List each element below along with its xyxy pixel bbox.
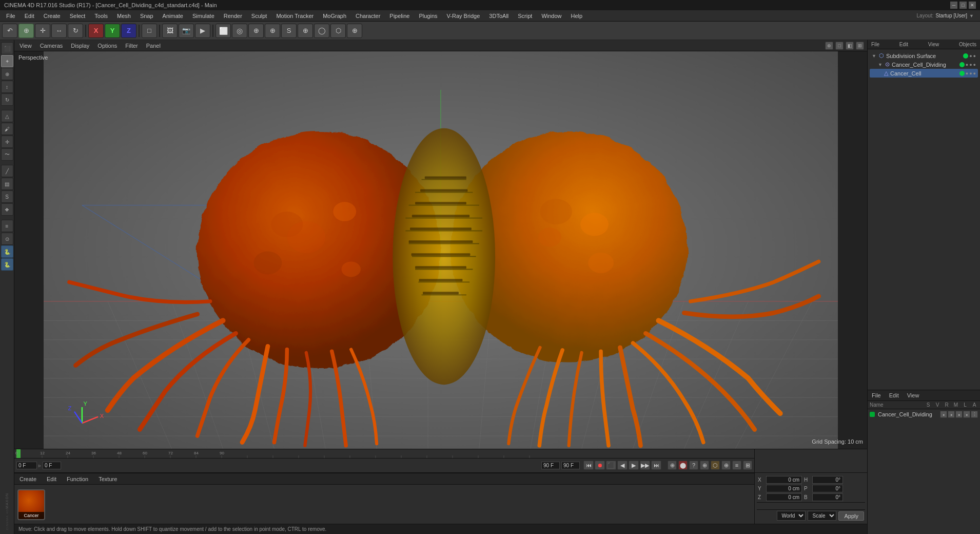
playback-record[interactable]: ⏺ <box>595 461 605 470</box>
tree-visibility-1[interactable]: ● <box>969 53 972 59</box>
mp-menu-texture[interactable]: Texture <box>96 475 119 483</box>
layout-selector[interactable]: Layout: Startup [User] ▼ <box>913 13 978 18</box>
viewport-menu-display[interactable]: Display <box>69 42 91 50</box>
coord-x-input[interactable] <box>766 476 802 484</box>
playback-extra-4[interactable]: ⊕ <box>700 461 709 470</box>
tree-item-cancer-cell[interactable]: △ Cancer_Cell ● ● ● <box>870 69 978 78</box>
viewport-icon-4[interactable]: ⊞ <box>856 42 864 50</box>
coord-p-input[interactable] <box>812 485 843 492</box>
apply-button[interactable]: Apply <box>838 511 864 521</box>
tree-extra-2[interactable]: ● <box>973 62 976 67</box>
tool-weights[interactable]: ⊙ <box>1 233 13 245</box>
playback-extra-6[interactable]: ⊕ <box>721 461 731 470</box>
viewport-menu-panel[interactable]: Panel <box>144 42 163 50</box>
world-dropdown[interactable]: World <box>777 511 806 521</box>
toolbar-sky[interactable]: ◯ <box>314 24 329 38</box>
toolbar-move[interactable]: ✛ <box>35 24 50 38</box>
tree-lock-2[interactable]: ● <box>969 62 972 67</box>
playback-extra-3[interactable]: ? <box>689 461 698 470</box>
toolbar-object-mode[interactable]: □ <box>142 24 157 38</box>
tool-snap[interactable]: ✛ <box>1 136 13 148</box>
menu-plugins[interactable]: Plugins <box>415 12 441 20</box>
tree-visibility-2[interactable]: ● <box>966 62 968 67</box>
toolbar-z-axis[interactable]: Z <box>121 24 136 38</box>
coord-b-input[interactable] <box>812 493 843 501</box>
tool-curve[interactable]: 〜 <box>1 148 13 161</box>
toolbar-live-selection[interactable]: ⊕ <box>18 24 34 38</box>
tool-live-selection[interactable]: ✦ <box>1 55 13 67</box>
menu-motion-tracker[interactable]: Motion Tracker <box>272 12 318 20</box>
toolbar-cube[interactable]: ⬜ <box>215 24 231 38</box>
menu-animate[interactable]: Animate <box>159 12 187 20</box>
menu-3dtoall[interactable]: 3DToAll <box>485 12 513 20</box>
viewport-menu-view[interactable]: View <box>17 42 34 50</box>
tree-visibility-3[interactable]: ● <box>966 71 968 76</box>
mp-menu-edit[interactable]: Edit <box>45 475 58 483</box>
toolbar-materials[interactable]: ⬡ <box>330 24 346 38</box>
mat-btn-5[interactable]: ⋮ <box>971 411 978 418</box>
frame-range-input[interactable] <box>43 462 61 469</box>
frame-end-a-input[interactable] <box>541 462 560 469</box>
om-view-menu[interactable]: View <box>927 41 941 48</box>
tool-rotate[interactable]: ↻ <box>1 93 13 106</box>
am-file-menu[interactable]: File <box>870 391 883 399</box>
toolbar-y-axis[interactable]: Y <box>105 24 120 38</box>
menu-script[interactable]: Script <box>514 12 536 20</box>
coord-y-input[interactable] <box>766 485 802 492</box>
am-edit-menu[interactable]: Edit <box>887 391 901 399</box>
viewport-icon-2[interactable]: □ <box>835 42 844 50</box>
tool-object-mode[interactable]: ⬛ <box>1 42 13 54</box>
playback-extra-2[interactable]: ⬤ <box>678 461 688 470</box>
material-cancer-thumb[interactable]: Cancer <box>17 489 45 520</box>
viewport-area[interactable]: View Cameras Display Options Filter Pane… <box>14 40 867 449</box>
menu-vray[interactable]: V-Ray Bridge <box>443 12 484 20</box>
menu-create[interactable]: Create <box>40 12 65 20</box>
menu-mograph[interactable]: MoGraph <box>319 12 350 20</box>
tool-knife[interactable]: ╱ <box>1 165 13 177</box>
om-file-menu[interactable]: File <box>870 41 881 48</box>
toolbar-add-light[interactable]: ⊕ <box>248 24 264 38</box>
playback-go-start[interactable]: ⏮ <box>583 461 594 470</box>
viewport-menu-filter[interactable]: Filter <box>123 42 140 50</box>
viewport-icon-3[interactable]: ◧ <box>846 42 854 50</box>
tool-polypen[interactable]: △ <box>1 110 13 122</box>
tool-layer[interactable]: ≡ <box>1 220 13 232</box>
menu-render[interactable]: Render <box>220 12 246 20</box>
toolbar-render-queue[interactable]: ▶ <box>195 24 210 38</box>
om-objects-menu[interactable]: Objects <box>957 41 978 48</box>
tool-plugin[interactable]: 🐍 <box>1 258 13 271</box>
toolbar-render[interactable]: 📷 <box>179 24 194 38</box>
playback-play[interactable]: ▶ <box>629 461 639 470</box>
menu-mesh[interactable]: Mesh <box>113 12 135 20</box>
playback-next-frame[interactable]: ▶▶ <box>640 461 650 470</box>
menu-pipeline[interactable]: Pipeline <box>385 12 414 20</box>
playback-extra-8[interactable]: ⊞ <box>743 461 752 470</box>
coord-z-input[interactable] <box>766 493 802 501</box>
mat-btn-1[interactable]: ● <box>940 411 947 418</box>
material-row-cancer[interactable]: Cancer_Cell_Dividing ● ● ● ● ⋮ <box>868 409 980 419</box>
tool-python[interactable]: 🐍 <box>1 245 13 258</box>
scale-dropdown[interactable]: Scale <box>808 511 836 521</box>
tool-paint[interactable]: 🖌 <box>1 123 13 135</box>
playback-prev-frame[interactable]: ◀ <box>617 461 628 470</box>
viewport-menu-cameras[interactable]: Cameras <box>38 42 65 50</box>
toolbar-scale[interactable]: ↔ <box>51 24 67 38</box>
toolbar-rotate[interactable]: ↻ <box>68 24 83 38</box>
menu-window[interactable]: Window <box>537 12 565 20</box>
tree-lock-1[interactable]: ● <box>973 53 976 59</box>
minimize-button[interactable]: ─ <box>950 2 957 9</box>
am-view-menu[interactable]: View <box>905 391 922 399</box>
tree-extra-3[interactable]: ● <box>973 71 976 76</box>
coord-h-input[interactable] <box>812 476 843 484</box>
tree-item-cancer-dividing[interactable]: ▼ ⊙ Cancer_Cell_Dividing ● ● ● <box>870 60 978 69</box>
menu-select[interactable]: Select <box>66 12 90 20</box>
toolbar-sphere[interactable]: ◎ <box>232 24 247 38</box>
toolbar-undo[interactable]: ↶ <box>2 24 17 38</box>
tool-clone[interactable]: ❖ <box>1 203 13 216</box>
toolbar-spline[interactable]: S <box>281 24 297 38</box>
playback-extra-5[interactable]: ⬡ <box>711 461 720 470</box>
toolbar-floor[interactable]: ⊕ <box>298 24 313 38</box>
menu-sculpt[interactable]: Sculpt <box>247 12 271 20</box>
tree-lock-3[interactable]: ● <box>969 71 972 76</box>
menu-character[interactable]: Character <box>351 12 384 20</box>
